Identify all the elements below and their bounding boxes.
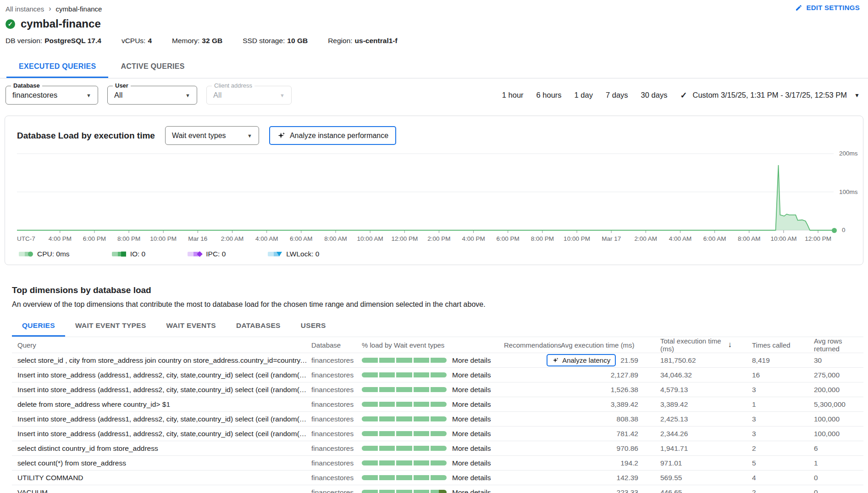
column-header-total[interactable]: Total execution time (ms)↓: [640, 337, 732, 353]
section-description: An overview of the top dimensions that c…: [12, 300, 857, 309]
chart-x-axis: UTC-74:00 PM6:00 PM8:00 PM10:00 PMMar 16…: [17, 235, 834, 244]
page-title: cymbal-finance: [21, 17, 101, 30]
times-called-cell: 4: [732, 474, 794, 482]
load-bar-segment: [414, 475, 430, 480]
instance-meta-item: vCPUs:4: [122, 37, 152, 45]
legend-item-io[interactable]: IO: 0: [112, 250, 146, 258]
avg-ms-value: 21.59: [620, 356, 638, 365]
table-row[interactable]: select distinct country_id from store_ad…: [12, 441, 863, 456]
times-called-cell: 1: [732, 400, 794, 409]
time-option-7-days[interactable]: 7 days: [606, 91, 628, 100]
load-bar-segment: [379, 416, 395, 421]
table-row[interactable]: Insert into store_address (address1, add…: [12, 412, 863, 427]
legend-item-ipc[interactable]: IPC: 0: [188, 250, 226, 258]
load-bar-segment: [362, 446, 378, 451]
tab-executed-queries[interactable]: EXECUTED QUERIES: [6, 57, 108, 78]
load-chart[interactable]: 200ms100ms0: [17, 152, 834, 234]
table-row[interactable]: select count(*) from store_addressfinanc…: [12, 456, 863, 471]
query-cell: select count(*) from store_address: [12, 459, 308, 467]
filter-label: Database: [11, 82, 42, 89]
database-cell: financestores: [308, 474, 358, 482]
database-cell: financestores: [308, 386, 358, 394]
time-option-30-days[interactable]: 30 days: [641, 91, 668, 100]
load-cell: More details: [358, 444, 500, 453]
query-text: select count(*) from store_address: [17, 459, 308, 467]
table-row[interactable]: VACUUMfinancestoresMore details223.33446…: [12, 485, 863, 493]
load-bar-segment: [379, 460, 395, 465]
dimension-select[interactable]: Wait event types ▼: [165, 126, 259, 145]
load-cell: More details: [358, 415, 500, 423]
tab-users[interactable]: USERS: [291, 316, 336, 337]
avg-execution-time-cell: 781.42: [555, 430, 640, 438]
database-cell: financestores: [308, 444, 358, 453]
edit-settings-button[interactable]: EDIT SETTINGS: [795, 4, 860, 11]
load-bar-segment: [379, 402, 395, 407]
more-details-link[interactable]: More details: [452, 400, 491, 409]
more-details-link[interactable]: More details: [452, 371, 491, 379]
filter-select-database[interactable]: Databasefinancestores▼: [6, 86, 98, 105]
total-execution-time-cell: 971.01: [640, 459, 732, 467]
database-load-card: Database Load by execution time Wait eve…: [5, 116, 863, 265]
avg-rows-returned-cell: 275,000: [794, 371, 863, 379]
legend-square-marker-icon: [121, 252, 126, 257]
query-cell: delete from store_address where country_…: [12, 400, 308, 409]
load-bar-segment: [396, 402, 412, 407]
load-bar-segment: [431, 490, 447, 493]
legend-item-lwlock[interactable]: LWLock: 0: [268, 250, 319, 258]
time-option-1-day[interactable]: 1 day: [575, 91, 593, 100]
sort-desc-icon[interactable]: ↓: [728, 340, 732, 349]
x-axis-label: 6:00 PM: [497, 235, 520, 242]
more-details-link[interactable]: More details: [452, 430, 491, 438]
avg-ms-value: 970.86: [617, 444, 638, 453]
total-execution-time-cell: 2,344.26: [640, 430, 732, 438]
avg-execution-time-cell: Analyze latency21.59: [555, 354, 640, 366]
load-chart-canvas[interactable]: [17, 152, 834, 234]
more-details-link[interactable]: More details: [452, 386, 491, 394]
breadcrumb-all-instances[interactable]: All instances: [6, 5, 44, 13]
more-details-link[interactable]: More details: [452, 415, 491, 423]
load-bar-segment: [431, 475, 447, 480]
table-row[interactable]: select store_id , city from store_addres…: [12, 353, 863, 368]
column-header-rows[interactable]: Avg rows returned: [794, 337, 863, 353]
load-bar-segment: [431, 446, 447, 451]
meta-label: vCPUs:: [122, 37, 146, 44]
tab-wait-event-types[interactable]: WAIT EVENT TYPES: [65, 316, 156, 337]
more-details-link[interactable]: More details: [452, 444, 491, 453]
analyze-instance-performance-button[interactable]: Analyze instance performance: [269, 126, 396, 145]
time-option-6-hours[interactable]: 6 hours: [536, 91, 562, 100]
filter-select-user[interactable]: UserAll▼: [107, 86, 197, 105]
more-details-link[interactable]: More details: [452, 474, 491, 482]
time-option-1-hour[interactable]: 1 hour: [502, 91, 524, 100]
table-row[interactable]: delete from store_address where country_…: [12, 397, 863, 412]
more-details-link[interactable]: More details: [452, 488, 491, 493]
more-details-link[interactable]: More details: [452, 356, 491, 365]
tab-wait-events[interactable]: WAIT EVENTS: [156, 316, 226, 337]
column-header-rec[interactable]: Recommendations: [500, 341, 555, 349]
table-row[interactable]: UTILITY COMMANDfinancestoresMore details…: [12, 471, 863, 485]
legend-item-cpu[interactable]: CPU: 0ms: [19, 250, 70, 258]
total-execution-time-cell: 446.65: [640, 488, 732, 493]
column-header-query[interactable]: Query: [12, 341, 308, 349]
column-header-times[interactable]: Times called: [732, 341, 794, 349]
avg-ms-value: 142.39: [617, 474, 638, 482]
column-header-avg[interactable]: Avg execution time (ms): [555, 341, 640, 349]
analyze-latency-button[interactable]: Analyze latency: [547, 354, 616, 366]
table-row[interactable]: Insert into store_address (address1, add…: [12, 382, 863, 397]
tab-queries[interactable]: QUERIES: [12, 316, 65, 337]
more-details-link[interactable]: More details: [452, 459, 491, 467]
times-called-cell: 3: [732, 386, 794, 394]
tab-active-queries[interactable]: ACTIVE QUERIES: [108, 57, 197, 78]
load-bar-segment: [362, 490, 378, 493]
load-bar-segment: [396, 387, 412, 392]
page-header: All instances › cymbal-finance EDIT SETT…: [0, 0, 868, 45]
column-header-load[interactable]: % load by Wait event types: [358, 341, 500, 349]
avg-rows-returned-cell: 0: [794, 488, 863, 493]
query-cell: Insert into store_address (address1, add…: [12, 371, 308, 379]
table-row[interactable]: Insert into store_address (address1, add…: [12, 427, 863, 441]
tab-databases[interactable]: DATABASES: [226, 316, 291, 337]
load-bar-segment: [396, 416, 412, 421]
x-axis-label: 10:00 AM: [357, 235, 383, 242]
time-range-custom[interactable]: ✓Custom 3/15/25, 1:31 PM - 3/17/25, 12:5…: [680, 90, 860, 100]
table-row[interactable]: Insert into store_address (address1, add…: [12, 368, 863, 382]
column-header-db[interactable]: Database: [308, 341, 358, 349]
